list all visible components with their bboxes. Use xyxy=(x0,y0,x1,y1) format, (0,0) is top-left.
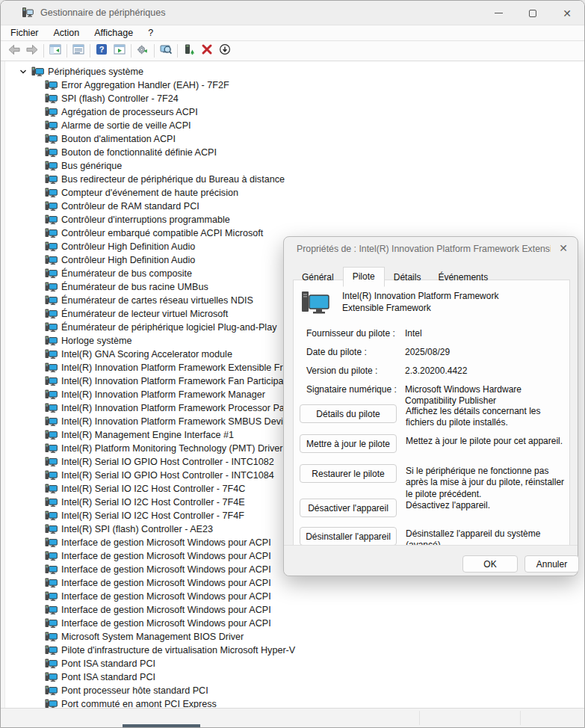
restaurer-le-pilote-button[interactable]: Restaurer le pilote xyxy=(300,464,397,483)
system-device-icon xyxy=(45,510,58,521)
tree-item[interactable]: Pilote d'infrastructure de virtualisatio… xyxy=(6,644,584,657)
dialog-close-icon[interactable]: ✕ xyxy=(559,242,568,254)
driver-upgrade-button[interactable] xyxy=(180,43,198,59)
tree-item[interactable]: Bus redirecteur de périphérique du Burea… xyxy=(6,173,584,186)
status-divider xyxy=(419,711,420,725)
tab-d-tails[interactable]: Détails xyxy=(386,269,430,286)
tree-item-label: Contrôleur d'interruptions programmable xyxy=(61,215,230,225)
menu-item-action[interactable]: Action xyxy=(54,28,80,38)
tree-item[interactable]: Compteur d'événement de haute précision xyxy=(6,186,584,200)
tab-g-n-ral[interactable]: Général xyxy=(294,269,342,286)
tree-item[interactable]: Agrégation de processeurs ACPI xyxy=(6,105,584,119)
tree-item[interactable]: Interface de gestion Microsoft Windows p… xyxy=(6,576,584,590)
menu-item-fichier[interactable]: Fichier xyxy=(10,28,39,38)
tree-item-label: Interface de gestion Microsoft Windows p… xyxy=(61,591,271,602)
tree-item[interactable]: Pont processeur hôte standard PCI xyxy=(6,684,584,697)
system-device-icon xyxy=(45,241,58,252)
désactiver-l-appareil-button[interactable]: Désactiver l'appareil xyxy=(300,499,397,517)
tree-item[interactable]: Error Aggregation Handler (EAH) - 7F2F xyxy=(6,78,584,92)
désinstaller-l-appareil-button[interactable]: Désinstaller l'appareil xyxy=(300,527,397,546)
system-device-icon xyxy=(45,537,58,548)
tree-item-label: Pont processeur hôte standard PCI xyxy=(61,685,208,696)
scan-hardware-button[interactable] xyxy=(157,43,175,59)
tree-item-label: Intel(R) Serial IO I2C Host Controller -… xyxy=(61,484,245,494)
tree-item[interactable]: Interface de gestion Microsoft Windows p… xyxy=(6,603,584,617)
tree-item-label: Compteur d'événement de haute précision xyxy=(61,188,238,198)
tree-item-label: Contrôleur embarqué compatible ACPI Micr… xyxy=(61,228,263,238)
menu-item-affichage[interactable]: Affichage xyxy=(94,28,133,38)
tree-item[interactable]: Contrôleur d'interruptions programmable xyxy=(6,213,584,226)
tree-item-label: Bouton d'alimentation ACPI xyxy=(61,134,176,144)
chevron-down-icon[interactable] xyxy=(18,67,28,77)
window-title: Gestionnaire de périphériques xyxy=(40,7,165,18)
tree-item-label: Interface de gestion Microsoft Windows p… xyxy=(61,605,271,615)
tree-item[interactable]: Pont ISA standard PCI xyxy=(6,657,584,670)
minimize-icon xyxy=(495,13,503,13)
update-driver-button[interactable] xyxy=(134,43,152,59)
ok-button[interactable]: OK xyxy=(462,555,518,573)
tree-item[interactable]: Interface de gestion Microsoft Windows p… xyxy=(6,590,584,603)
disable-button[interactable] xyxy=(216,43,234,59)
tree-item-label: Intel(R) Serial IO I2C Host Controller -… xyxy=(61,497,245,508)
left-gutter xyxy=(1,61,5,708)
device-icon-large xyxy=(301,291,331,315)
minimize-button[interactable] xyxy=(481,1,516,25)
uninstall-button[interactable] xyxy=(198,43,216,59)
tab--v-nements[interactable]: Événements xyxy=(430,269,496,286)
back-button[interactable] xyxy=(5,43,23,59)
scan-hardware-icon xyxy=(160,43,172,58)
tree-item-label: Alarme de sortie de veille ACPI xyxy=(61,120,191,131)
mettre-à-jour-le-pilote-button[interactable]: Mettre à jour le pilote xyxy=(300,434,397,453)
system-device-icon xyxy=(45,215,58,225)
tree-item[interactable]: Bus générique xyxy=(6,159,584,173)
tree-item[interactable]: Pont ISA standard PCI xyxy=(6,670,584,684)
system-device-icon xyxy=(45,389,58,400)
system-device-icon xyxy=(45,201,58,212)
field-label: Version du pilote : xyxy=(306,365,377,376)
properties-icon xyxy=(72,43,84,58)
tree-toggle-button[interactable] xyxy=(46,43,64,59)
system-device-icon xyxy=(45,174,58,185)
disable-icon xyxy=(219,43,231,58)
system-device-icon xyxy=(45,578,58,588)
toolbar: ? xyxy=(1,41,584,61)
tree-item[interactable]: Bouton d'alimentation ACPI xyxy=(6,132,584,146)
system-device-icon xyxy=(45,416,58,427)
update-driver-icon xyxy=(137,43,149,58)
tree-item[interactable]: Bouton de fonctionnalité définie ACPI xyxy=(6,146,584,159)
action-pane-button[interactable] xyxy=(111,43,129,59)
system-device-icon xyxy=(45,524,58,534)
tree-item[interactable]: Interface de gestion Microsoft Windows p… xyxy=(6,617,584,630)
maximize-button[interactable] xyxy=(516,1,550,25)
tree-item[interactable]: Microsoft System Management BIOS Driver xyxy=(6,630,584,644)
tree-item[interactable]: Alarme de sortie de veille ACPI xyxy=(6,119,584,132)
toolbar-separator xyxy=(131,44,131,58)
system-device-icon xyxy=(45,188,58,198)
properties-button[interactable] xyxy=(69,43,87,59)
tree-item[interactable]: Contrôleur de RAM standard PCI xyxy=(6,200,584,213)
tree-item-label: Interface de gestion Microsoft Windows p… xyxy=(61,564,271,575)
close-button[interactable]: ✕ xyxy=(550,1,584,25)
tree-item-root[interactable]: Périphériques système xyxy=(6,65,584,78)
forward-button[interactable] xyxy=(23,43,41,59)
system-device-icon xyxy=(45,147,58,158)
menu-item-help[interactable]: ? xyxy=(148,28,153,38)
horizontal-scrollbar-thumb[interactable] xyxy=(123,724,200,727)
tree-item-label: Agrégation de processeurs ACPI xyxy=(61,107,198,117)
cancel-button[interactable]: Annuler xyxy=(524,555,579,573)
toolbar-separator xyxy=(154,44,155,58)
tree-item-label: Bus redirecteur de périphérique du Burea… xyxy=(61,174,285,185)
dialog-tabs: GénéralPiloteDétailsÉvénements xyxy=(294,266,497,286)
action-description: Si le périphérique ne fonctionne pas apr… xyxy=(406,466,567,500)
help-button[interactable]: ? xyxy=(93,43,111,59)
properties-dialog: Propriétés de : Intel(R) Innovation Plat… xyxy=(283,236,578,576)
tree-item-label: Interface de gestion Microsoft Windows p… xyxy=(61,551,271,561)
tab-pilote[interactable]: Pilote xyxy=(343,267,385,287)
tree-item[interactable]: SPI (flash) Controller - 7F24 xyxy=(6,92,584,105)
tree-item-label: Pont ISA standard PCI xyxy=(61,672,155,682)
détails-du-pilote-button[interactable]: Détails du pilote xyxy=(300,404,397,423)
tree-item[interactable]: Port commuté en amont PCI Express xyxy=(6,697,584,708)
action-description: Désactivez l'appareil. xyxy=(406,500,567,511)
system-device-icon xyxy=(45,605,58,615)
dialog-title: Propriétés de : Intel(R) Innovation Plat… xyxy=(297,244,551,254)
